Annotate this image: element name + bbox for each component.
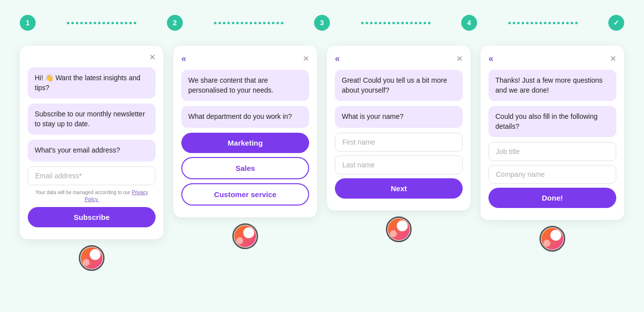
card1-avatar [79, 245, 105, 271]
job-title-input[interactable] [488, 142, 616, 161]
card-1: ✕ Hi! 👋 Want the latest insights and tip… [20, 46, 163, 239]
step-2: 2 [167, 15, 183, 31]
sales-button[interactable]: Sales [181, 157, 309, 179]
card-4: « ✕ Thanks! Just a few more questions an… [481, 46, 624, 220]
card-2: « ✕ We share content that are personalis… [173, 46, 317, 217]
close-icon-2[interactable]: ✕ [303, 55, 309, 63]
first-name-input[interactable] [335, 133, 463, 152]
card1-message-3: What's your email address? [28, 140, 156, 161]
card3-avatar [386, 216, 412, 242]
card4-message-2: Could you also fill in the following det… [488, 106, 616, 137]
card4-wrapper: « ✕ Thanks! Just a few more questions an… [481, 46, 624, 252]
back-icon-4[interactable]: « [488, 53, 493, 64]
step-dots-1 [36, 22, 167, 24]
card2-header: « ✕ [181, 53, 309, 64]
card3-header: « ✕ [335, 53, 463, 64]
step-dots-2 [183, 22, 314, 24]
privacy-text: Your data will be managed according to o… [28, 189, 156, 203]
customer-service-button[interactable]: Customer service [181, 183, 309, 206]
step-check: ✓ [608, 15, 624, 31]
close-icon-3[interactable]: ✕ [456, 55, 463, 63]
card1-message-2: Subscribe to our monthly newsletter to s… [28, 104, 156, 135]
card3-wrapper: « ✕ Great! Could you tell us a bit more … [327, 46, 471, 242]
step-1: 1 [20, 15, 36, 31]
close-icon-4[interactable]: ✕ [610, 55, 616, 63]
card1-header: ✕ [28, 53, 156, 61]
step-3: 3 [314, 15, 330, 31]
card4-message-1: Thanks! Just a few more questions and we… [488, 70, 616, 101]
card2-message-1: We share content that are personalised t… [181, 70, 309, 101]
marketing-button[interactable]: Marketing [181, 133, 309, 153]
back-icon-2[interactable]: « [181, 53, 186, 64]
close-icon-1[interactable]: ✕ [149, 53, 156, 61]
progress-bar: 1 2 3 4 ✓ [20, 15, 624, 31]
card4-avatar [539, 226, 565, 252]
card4-header: « ✕ [488, 53, 616, 64]
step-dots-4 [477, 22, 608, 24]
next-button[interactable]: Next [335, 178, 463, 199]
card2-wrapper: « ✕ We share content that are personalis… [173, 46, 317, 249]
company-name-input[interactable] [488, 165, 616, 184]
step-4: 4 [461, 15, 477, 31]
email-input[interactable] [28, 166, 156, 185]
card1-message-1: Hi! 👋 Want the latest insights and tips? [28, 67, 156, 99]
cards-container: ✕ Hi! 👋 Want the latest insights and tip… [20, 46, 624, 271]
step-dots-3 [330, 22, 461, 24]
last-name-input[interactable] [335, 156, 463, 174]
done-button[interactable]: Done! [488, 188, 616, 208]
card3-message-1: Great! Could you tell us a bit more abou… [335, 70, 463, 101]
card2-message-2: What department do you work in? [181, 106, 309, 128]
back-icon-3[interactable]: « [335, 53, 340, 64]
card3-message-2: What is your name? [335, 106, 463, 128]
card1-wrapper: ✕ Hi! 👋 Want the latest insights and tip… [20, 46, 163, 271]
card2-avatar [232, 223, 258, 249]
card-3: « ✕ Great! Could you tell us a bit more … [327, 46, 471, 210]
subscribe-button[interactable]: Subscribe [28, 207, 156, 227]
